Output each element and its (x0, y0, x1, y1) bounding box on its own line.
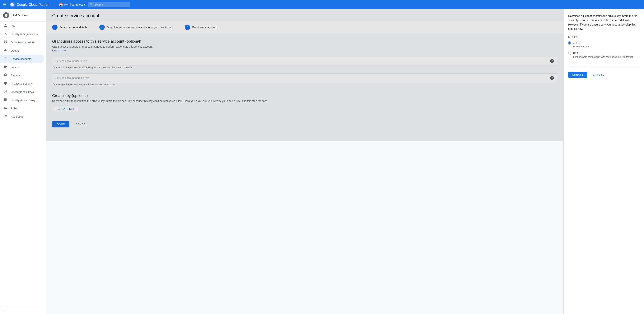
users-role-field[interactable]: ? (52, 57, 557, 66)
sidebar-label-service-accounts: Service accounts (11, 57, 31, 61)
learn-more-link[interactable]: Learn more (52, 49, 66, 52)
sidebar-label-labels: Labels (11, 66, 18, 69)
step-2-optional: (optional) (161, 26, 172, 29)
key-type-section: Key type JSON Recommended P12 For backwa… (568, 36, 640, 62)
main-layout: IAM & admin IAM Identity & Organization … (0, 9, 644, 314)
done-button[interactable]: DONE (52, 121, 70, 127)
sidebar-item-identity-aware-proxy[interactable]: Identity-Aware Proxy (0, 96, 44, 104)
svg-rect-1 (4, 41, 5, 42)
app-name: Google Cloud Platform (16, 3, 52, 7)
step-3: 3 Grant users access t... (185, 25, 219, 30)
section-desc: Grant access to users or groups that nee… (52, 45, 557, 48)
admins-role-help-icon[interactable]: ? (550, 76, 554, 80)
sidebar-item-settings[interactable]: Settings (0, 71, 44, 80)
svg-rect-2 (6, 41, 7, 42)
p12-radio[interactable] (568, 52, 571, 55)
app-logo[interactable]: Google Cloud Platform (10, 2, 52, 7)
users-role-wrapper: ? Grant users the permissions to deploy … (52, 57, 557, 69)
collapse-icon (3, 308, 6, 312)
shield-icon (3, 81, 8, 86)
cancel-panel-button[interactable]: CANCEL (590, 72, 607, 78)
menu-icon[interactable]: ☰ (3, 2, 6, 7)
sidebar-item-audit-logs[interactable]: Audit Logs (0, 113, 44, 121)
sidebar-label-cryptographic-keys: Cryptographic keys (11, 90, 34, 94)
sidebar-collapse-button[interactable] (0, 306, 46, 314)
right-panel: Download a file that contains the privat… (564, 9, 644, 314)
label-icon (3, 65, 8, 69)
grid-icon (3, 98, 8, 102)
json-desc: Recommended (568, 45, 640, 48)
step-1-circle (52, 25, 58, 30)
key-type-label: Key type (568, 36, 640, 38)
sidebar-title: IAM & admin (12, 14, 29, 17)
json-radio-row: JSON (568, 42, 640, 45)
step-2-circle (99, 25, 105, 30)
create-key-button-label: + CREATE KEY (56, 107, 74, 110)
step-3-circle: 3 (185, 25, 190, 30)
roles-icon (3, 106, 8, 111)
sidebar-item-service-accounts[interactable]: Service accounts (0, 55, 44, 63)
sidebar-label-identity-aware-proxy: Identity-Aware Proxy (11, 99, 36, 102)
sidebar-item-org-policies[interactable]: Organization policies (0, 38, 44, 47)
admins-role-field[interactable]: ? (52, 74, 557, 82)
person-icon (3, 24, 8, 28)
sidebar-item-quotas[interactable]: Quotas (0, 47, 44, 55)
project-dropdown-icon: ▾ (84, 3, 85, 6)
cancel-button[interactable]: CANCEL (72, 121, 90, 127)
search-input[interactable] (88, 2, 130, 7)
sidebar-item-labels[interactable]: Labels (0, 63, 44, 71)
sidebar-label-org-policies: Organization policies (11, 41, 36, 44)
cloud-icon (10, 2, 15, 7)
person-outline-icon (3, 32, 8, 36)
create-key-button[interactable]: + CREATE KEY (52, 106, 78, 112)
step-divider-1 (89, 27, 97, 27)
panel-actions: CREATE CANCEL (568, 72, 640, 78)
step-1-label: Service account details (60, 26, 87, 29)
form-actions: DONE CANCEL (52, 121, 557, 135)
p12-radio-row: P12 (568, 52, 640, 55)
tag-icon (3, 57, 8, 61)
sidebar-label-roles: Roles (11, 107, 18, 110)
stepper: Service account details Grant this servi… (46, 22, 564, 33)
form-content: Grant users access to this service accou… (46, 33, 564, 141)
page-header: Create service account (46, 9, 564, 22)
list-icon (3, 114, 8, 119)
sidebar-header: IAM & admin (0, 9, 46, 22)
create-key-section: Create key (optional) Download a file th… (52, 94, 557, 112)
sidebar-label-iam: IAM (11, 24, 16, 28)
sidebar-label-settings: Settings (11, 74, 20, 77)
admins-role-input[interactable] (56, 76, 549, 80)
sidebar-label-privacy-security: Privacy & Security (11, 82, 32, 85)
sidebar-item-iam[interactable]: IAM (0, 22, 44, 30)
policy-icon (3, 40, 8, 45)
barchart-icon (3, 48, 8, 53)
page-title: Create service account (52, 13, 557, 19)
project-selector[interactable]: 📆 My First Project ▾ (59, 3, 85, 7)
sidebar-item-identity-org[interactable]: Identity & Organization (0, 30, 44, 38)
sidebar-label-quotas: Quotas (11, 49, 19, 52)
users-role-input[interactable] (56, 60, 549, 63)
users-role-hint: Grant users the permissions to deploy jo… (52, 66, 557, 69)
p12-desc: For backward compatibility with code usi… (568, 56, 640, 58)
json-radio[interactable] (568, 42, 571, 45)
sidebar: IAM & admin IAM Identity & Organization … (0, 9, 46, 314)
sidebar-item-cryptographic-keys[interactable]: Cryptographic keys (0, 88, 44, 96)
p12-label[interactable]: P12 (573, 52, 578, 55)
create-panel-button[interactable]: CREATE (568, 72, 587, 78)
svg-point-5 (5, 91, 6, 92)
sidebar-item-roles[interactable]: Roles (0, 104, 44, 113)
users-role-help-icon[interactable]: ? (550, 59, 554, 63)
topbar: ☰ Google Cloud Platform 📆 My First Proje… (0, 0, 644, 9)
json-label[interactable]: JSON (573, 42, 580, 45)
svg-rect-3 (4, 42, 5, 43)
p12-option: P12 For backward compatibility with code… (568, 52, 640, 58)
svg-rect-4 (6, 42, 7, 43)
step-1: Service account details (52, 25, 87, 30)
section-title: Grant users access to this service accou… (52, 39, 557, 44)
create-key-title: Create key (optional) (52, 94, 557, 98)
step-2: Grant this service account access to pro… (99, 25, 172, 30)
admins-role-hint: Grant users the permission to administer… (52, 83, 557, 86)
sidebar-item-privacy-security[interactable]: Privacy & Security (0, 80, 44, 88)
sidebar-label-identity-org: Identity & Organization (11, 33, 38, 36)
sidebar-label-audit-logs: Audit Logs (11, 115, 24, 118)
